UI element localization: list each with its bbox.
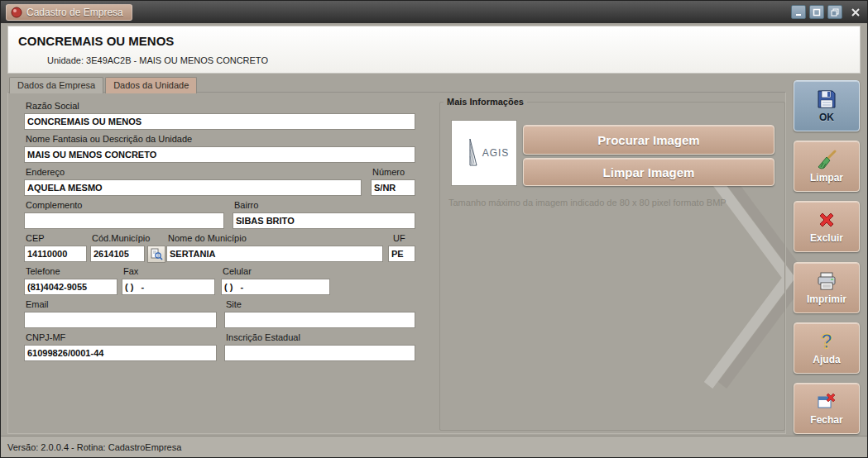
maximize-button[interactable]	[809, 5, 824, 19]
imprimir-button[interactable]: Imprimir	[794, 262, 860, 313]
procurar-imagem-button[interactable]: Procurar Imagem	[523, 125, 774, 155]
fechar-button-label: Fechar	[810, 414, 842, 426]
limpar-imagem-button[interactable]: Limpar Imagem	[523, 158, 774, 186]
window-controls	[791, 5, 862, 19]
endereco-label: Endereço	[26, 167, 65, 177]
agis-logo-icon	[459, 136, 481, 169]
cnpj-input[interactable]	[24, 345, 217, 361]
window-title: Cadastro de Empresa	[26, 7, 123, 18]
cep-label: CEP	[26, 233, 45, 243]
inscricao-estadual-input[interactable]	[224, 345, 415, 361]
limpar-button[interactable]: Limpar	[794, 141, 860, 192]
header-panel: CONCREMAIS OU MENOS Unidade: 3E49AC2B - …	[7, 26, 861, 74]
mais-informacoes-group: Mais Informações AGIS Procurar Imagem Li…	[439, 97, 785, 431]
lookup-icon	[150, 248, 163, 261]
site-label: Site	[226, 299, 242, 309]
unit-subtitle: Unidade: 3E49AC2B - MAIS OU MENOS CONCRE…	[47, 55, 268, 65]
close-button[interactable]	[849, 6, 862, 19]
exit-window-icon	[816, 391, 837, 413]
app-icon	[11, 7, 22, 18]
fechar-button[interactable]: Fechar	[794, 383, 860, 434]
numero-input[interactable]	[371, 179, 415, 196]
svg-text:?: ?	[821, 331, 832, 352]
bairro-label: Bairro	[234, 200, 258, 210]
cod-municipio-input[interactable]	[90, 246, 145, 262]
ok-button-label: OK	[819, 112, 834, 123]
cnpj-label: CNPJ-MF	[26, 332, 65, 342]
endereco-input[interactable]	[24, 179, 362, 196]
tab-strip: Dados da Empresa Dados da Unidade	[9, 77, 197, 93]
version-status-text: Versão: 2.0.0.4 - Rotina: CadastroEmpres…	[7, 442, 181, 452]
uf-input[interactable]	[388, 246, 415, 262]
imprimir-button-label: Imprimir	[807, 293, 846, 305]
celular-input[interactable]	[221, 279, 330, 295]
save-icon	[816, 88, 837, 110]
excluir-button-label: Excluir	[810, 232, 843, 244]
limpar-button-label: Limpar	[810, 172, 843, 184]
mais-informacoes-title: Mais Informações	[444, 97, 527, 107]
cod-municipio-label: Cód.Município	[92, 233, 150, 243]
statusbar: Versão: 2.0.0.4 - Rotina: CadastroEmpres…	[1, 436, 867, 457]
company-name-heading: CONCREMAIS OU MENOS	[18, 34, 174, 48]
company-logo-image: AGIS	[451, 120, 517, 186]
telefone-label: Telefone	[26, 266, 60, 276]
cep-input[interactable]	[24, 246, 87, 262]
nome-fantasia-input[interactable]	[24, 146, 415, 163]
nome-fantasia-label: Nome Fantasia ou Descrição da Unidade	[26, 134, 192, 144]
razao-social-label: Razão Social	[26, 101, 79, 111]
broom-icon	[816, 149, 837, 170]
email-label: Email	[26, 299, 49, 309]
nome-municipio-input[interactable]	[166, 246, 383, 262]
restore-button[interactable]	[827, 5, 842, 19]
app-window: Cadastro de Empresa CONCREMAIS OU MENOS …	[0, 0, 868, 458]
fax-label: Fax	[123, 266, 138, 276]
title-badge: Cadastro de Empresa	[6, 4, 132, 21]
printer-icon	[816, 270, 837, 292]
uf-label: UF	[393, 233, 405, 243]
site-input[interactable]	[224, 312, 415, 328]
agis-logo-text: AGIS	[482, 147, 510, 159]
ajuda-button-label: Ajuda	[813, 354, 840, 365]
municipio-lookup-button[interactable]	[147, 246, 165, 263]
fax-input[interactable]	[122, 279, 215, 295]
ok-button[interactable]: OK	[794, 80, 860, 131]
titlebar: Cadastro de Empresa	[1, 1, 867, 23]
question-icon: ?	[816, 331, 837, 352]
nome-municipio-label: Nome do Município	[168, 233, 247, 243]
delete-x-icon	[816, 209, 837, 231]
email-input[interactable]	[24, 312, 217, 328]
celular-label: Celular	[223, 266, 252, 276]
minimize-button[interactable]	[791, 5, 806, 19]
bairro-input[interactable]	[233, 212, 415, 229]
complemento-input[interactable]	[24, 212, 224, 229]
razao-social-input[interactable]	[24, 113, 415, 130]
numero-label: Número	[372, 167, 405, 177]
tab-dados-da-unidade[interactable]: Dados da Unidade	[105, 77, 197, 93]
image-size-hint: Tamanho máximo da imagem indicado de 80 …	[448, 198, 727, 208]
telefone-input[interactable]	[24, 279, 117, 295]
tab-dados-da-empresa[interactable]: Dados da Empresa	[9, 77, 103, 93]
inscricao-estadual-label: Inscrição Estadual	[226, 332, 300, 342]
ajuda-button[interactable]: ? Ajuda	[794, 322, 860, 374]
excluir-button[interactable]: Excluir	[794, 201, 860, 252]
complemento-label: Complemento	[26, 200, 82, 210]
